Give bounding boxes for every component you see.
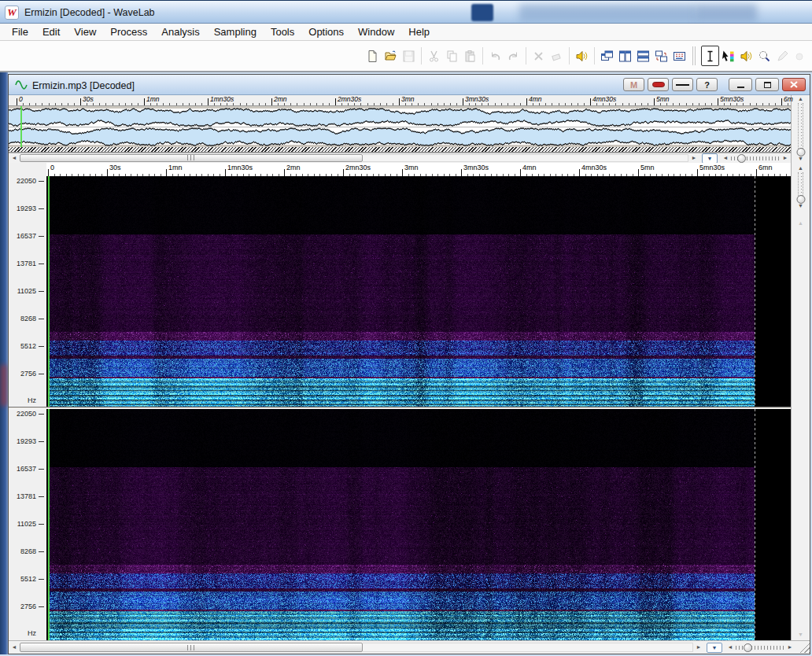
overview-vzoom-up-arrow[interactable]: ▲ [795,95,806,103]
menu-options[interactable]: Options [301,24,351,40]
menu-window[interactable]: Window [351,24,401,40]
record-button[interactable] [648,78,669,91]
open-folder-button[interactable] [382,46,400,66]
menu-analysis[interactable]: Analysis [154,24,206,40]
key-commands-button[interactable] [670,46,688,66]
switch-document-button[interactable] [652,46,670,66]
ruler-tick [237,174,238,176]
zoom-in-arrow[interactable]: ► [784,643,795,651]
spectrogram-channel-2[interactable] [46,409,791,640]
ruler-tick [172,174,173,176]
overview-zoom-knob[interactable] [737,154,746,163]
menu-process[interactable]: Process [103,24,154,40]
menu-tools[interactable]: Tools [264,24,301,40]
speaker-tool-button[interactable] [737,46,755,66]
marker-button[interactable]: M [623,78,644,91]
ruler-tick [565,103,566,105]
freq-tick [39,208,44,209]
overview-zoom-slider[interactable] [731,154,780,163]
document-title: Ermizin.mp3 [Decoded] [32,80,135,91]
scroll-left-arrow[interactable]: ◄ [9,643,20,651]
ruler-tick [715,174,716,176]
ruler-label: 3mn [401,95,415,103]
speaker-button[interactable] [573,46,591,66]
ruler-tick [113,174,114,176]
freq-tick [39,441,44,442]
scrollbar-thumb[interactable] [20,643,363,652]
document-titlebar[interactable]: Ermizin.mp3 [Decoded] M ? [9,75,810,95]
zoom-tool-button[interactable] [755,46,773,66]
ruler-tick [622,103,623,105]
ruler-tick [87,103,87,105]
overview-time-ruler[interactable]: 030s1mn1mn30s2mn2mn30s3mn3mn30s4mn4mn30s… [9,95,791,106]
ruler-label: 1mn [146,95,160,103]
vscroll-up-arrow[interactable]: ▲ [795,219,806,227]
zoom-out-arrow[interactable]: ◄ [725,643,736,651]
menu-file[interactable]: File [5,24,35,40]
scrollbar-track[interactable] [363,154,688,161]
ruler-tick [74,103,75,105]
menu-edit[interactable]: Edit [35,24,67,40]
freq-tick [39,319,44,319]
close-button[interactable] [782,78,806,91]
scroll-left-arrow[interactable]: ◄ [9,154,20,162]
main-time-ruler[interactable]: 030s1mn1mn30s2mn2mn30s3mn3mn30s4mn4mn30s… [46,163,791,176]
freq-tick [39,579,44,580]
main-zoom-menu-button[interactable]: ▼ [707,643,722,653]
menu-sampling[interactable]: Sampling [207,24,264,40]
color-arrow-tool-button[interactable] [719,46,737,66]
scroll-right-arrow[interactable]: ► [688,154,699,162]
ibeam-tool-button[interactable] [701,46,719,66]
vscroll-down-arrow[interactable]: ▼ [795,631,806,639]
ruler-tick [520,169,521,176]
overview-selection-strip[interactable] [9,147,791,153]
main-zoom-slider[interactable] [736,643,784,652]
scroll-right-arrow[interactable]: ► [693,643,704,651]
ruler-tick [131,103,132,105]
main-vzoom-knob[interactable] [796,195,805,204]
ruler-tick [278,103,279,105]
restore-button[interactable] [755,78,779,91]
freq-unit-label: Hz [28,397,36,404]
ruler-tick [621,174,622,176]
ruler-tick [314,174,315,176]
ruler-tick [271,98,272,105]
scrollbar-thumb[interactable] [20,154,363,161]
zoom-out-arrow[interactable]: ◄ [720,154,731,162]
ruler-tick [154,174,155,176]
main-vzoom-up-arrow[interactable]: ▲ [795,164,806,172]
toolbar-grip[interactable] [692,46,697,65]
overview-vzoom-track[interactable] [798,103,803,155]
line-display-button[interactable] [672,78,693,91]
line-icon [676,84,689,86]
ruler-tick [730,103,731,105]
menu-view[interactable]: View [67,24,103,40]
ruler-label: 4mn [529,95,542,103]
cascade-windows-button[interactable] [598,46,616,66]
tile-horizontal-icon [637,50,650,63]
minimize-button[interactable] [729,78,752,91]
ruler-tick [355,174,356,176]
help-button[interactable]: ? [696,78,718,91]
scrollbar-track[interactable] [363,643,693,652]
overview-vzoom-knob[interactable] [796,148,805,157]
ruler-tick [674,174,674,176]
overview-waveform-display[interactable] [9,106,791,147]
new-document-button[interactable] [364,46,382,66]
ruler-label: 0 [19,95,23,103]
zoom-in-arrow[interactable]: ► [780,154,791,162]
ruler-tick [405,103,406,105]
ruler-tick [562,174,563,176]
freq-label: 16537 [17,233,36,240]
main-vzoom-track[interactable] [798,172,803,202]
tile-vertical-button[interactable] [616,46,634,66]
overview-zoom-menu-button[interactable]: ▼ [702,153,718,164]
toolbar-group [598,46,688,66]
tile-horizontal-button[interactable] [634,46,652,66]
resize-grip[interactable] [799,642,810,653]
ruler-tick [296,174,297,176]
menu-help[interactable]: Help [401,24,437,40]
main-zoom-knob[interactable] [744,643,752,652]
spectrogram-channel-1[interactable] [46,176,791,407]
ruler-tick [196,174,197,176]
